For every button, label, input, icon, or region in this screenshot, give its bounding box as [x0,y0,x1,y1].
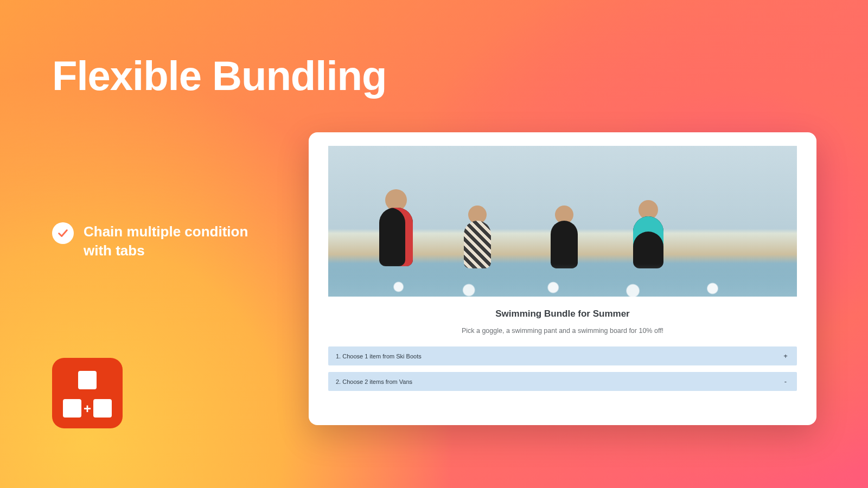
accordion-row-label: 2. Choose 2 items from Vans [336,378,412,385]
feature-bullet: Chain multiple condition with tabs [52,222,280,260]
accordion-row-2[interactable]: 2. Choose 2 items from Vans - [328,372,797,391]
app-icon-glyph: + [63,369,112,418]
bundle-title: Swimming Bundle for Summer [328,309,797,319]
feature-text: Chain multiple condition with tabs [84,222,280,260]
collapse-icon: - [782,377,789,386]
product-page-preview: Swimming Bundle for Summer Pick a goggle… [309,132,816,425]
plus-icon: + [81,403,93,415]
bundle-accordion: 1. Choose 1 item from Ski Boots + 2. Cho… [328,346,797,391]
accordion-row-label: 1. Choose 1 item from Ski Boots [336,353,422,359]
bundle-subtitle: Pick a goggle, a swimming pant and a swi… [328,327,797,335]
expand-icon: + [782,352,789,360]
accordion-row-1[interactable]: 1. Choose 1 item from Ski Boots + [328,346,797,365]
slide-headline: Flexible Bundling [52,52,386,99]
marketing-slide: Flexible Bundling Chain multiple conditi… [0,0,868,488]
product-hero-image [328,146,797,297]
app-icon: + [52,358,123,428]
check-icon [52,222,74,244]
